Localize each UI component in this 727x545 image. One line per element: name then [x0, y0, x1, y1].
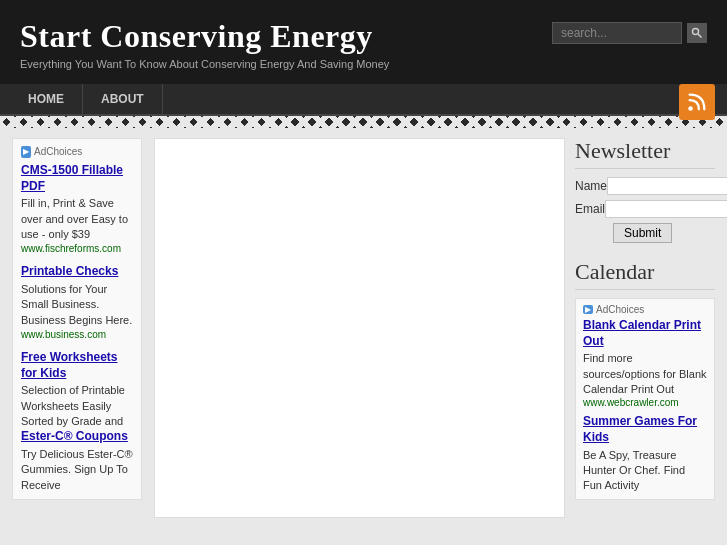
left-ad-box: ▶ AdChoices CMS-1500 Fillable PDF Fill i… — [12, 138, 142, 500]
ad-text-1: Fill in, Print & Save over and over Easy… — [21, 197, 128, 240]
name-input[interactable] — [607, 177, 727, 195]
content-area — [154, 138, 565, 518]
newsletter-name-field: Name — [575, 177, 715, 195]
ad-choices-icon: ▶ — [21, 146, 31, 157]
right-sidebar: Newsletter Name Email Submit Calendar ▶ … — [575, 138, 715, 518]
nav-home[interactable]: HOME — [10, 84, 83, 114]
calendar-title: Calendar — [575, 259, 715, 290]
search-button[interactable] — [687, 23, 707, 43]
header: Start Conserving Energy Everything You W… — [0, 0, 727, 84]
nav: HOME ABOUT — [0, 84, 727, 116]
svg-line-1 — [698, 34, 701, 37]
submit-button[interactable]: Submit — [613, 223, 672, 243]
nav-container: HOME ABOUT — [0, 84, 727, 116]
zigzag-divider — [0, 116, 727, 128]
search-area — [552, 22, 707, 44]
sidebar-ad-url-1: www.webcrawler.com — [583, 397, 707, 408]
newsletter-title: Newsletter — [575, 138, 715, 169]
rss-symbol — [686, 91, 708, 113]
sidebar-ad-choices: ▶ AdChoices — [583, 304, 707, 315]
ad-title-4[interactable]: Ester-C® Coupons — [21, 429, 133, 445]
article-area — [154, 138, 565, 518]
nav-about[interactable]: ABOUT — [83, 84, 163, 114]
email-input[interactable] — [605, 200, 727, 218]
tagline: Everything You Want To Know About Conser… — [20, 58, 707, 70]
svg-point-2 — [688, 106, 693, 111]
ad-choices-label: AdChoices — [34, 145, 82, 159]
search-input[interactable] — [552, 22, 682, 44]
sidebar-ad-text-1: Find more sources/options for Blank Cale… — [583, 352, 707, 395]
ad-text-4: Try Delicious Ester-C® Gummies. Sign Up … — [21, 448, 133, 491]
newsletter-section: Newsletter Name Email Submit — [575, 138, 715, 243]
name-label: Name — [575, 179, 607, 193]
ad-text-3: Selection of Printable Worksheets Easily… — [21, 384, 125, 427]
ad-url-1: www.fischreforms.com — [21, 242, 133, 256]
ad-title-1[interactable]: CMS-1500 Fillable PDF — [21, 163, 133, 194]
sidebar-ad-choices-icon: ▶ — [583, 305, 593, 314]
search-icon — [691, 27, 703, 39]
email-label: Email — [575, 202, 605, 216]
ad-text-2: Solutions for Your Small Business. Busin… — [21, 283, 132, 326]
left-sidebar: ▶ AdChoices CMS-1500 Fillable PDF Fill i… — [12, 138, 142, 518]
main-content: ▶ AdChoices CMS-1500 Fillable PDF Fill i… — [0, 128, 727, 528]
ad-title-2[interactable]: Printable Checks — [21, 264, 133, 280]
newsletter-email-field: Email — [575, 200, 715, 218]
sidebar-ad-title-1[interactable]: Blank Calendar Print Out — [583, 318, 707, 349]
calendar-ad-box: ▶ AdChoices Blank Calendar Print Out Fin… — [575, 298, 715, 500]
sidebar-ad-text-2: Be A Spy, Treasure Hunter Or Chef. Find … — [583, 449, 685, 492]
ad-url-2: www.business.com — [21, 328, 133, 342]
ad-title-3[interactable]: Free Worksheets for Kids — [21, 350, 133, 381]
svg-point-0 — [693, 29, 699, 35]
rss-icon[interactable] — [679, 84, 715, 120]
ad-choices-header: ▶ AdChoices — [21, 145, 133, 159]
sidebar-ad-choices-label: AdChoices — [596, 304, 644, 315]
calendar-section: Calendar ▶ AdChoices Blank Calendar Prin… — [575, 259, 715, 500]
sidebar-ad-title-2[interactable]: Summer Games For Kids — [583, 414, 707, 445]
